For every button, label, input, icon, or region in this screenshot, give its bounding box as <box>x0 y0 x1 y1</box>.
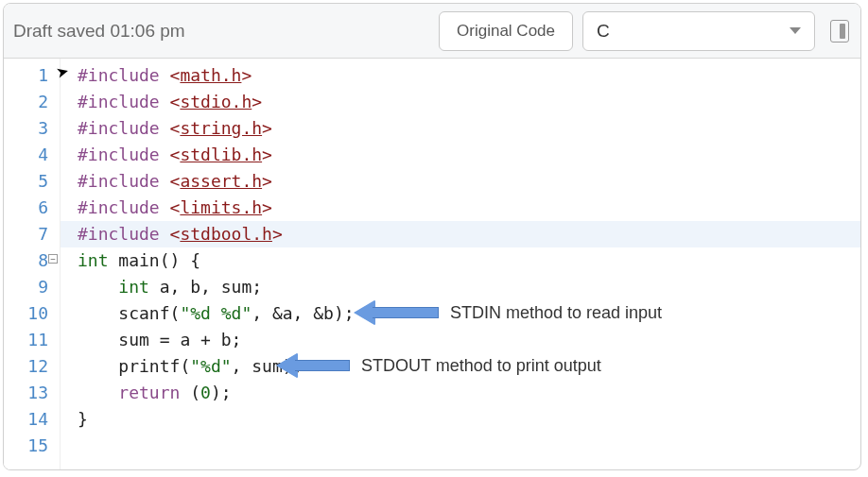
line-number: 15 <box>4 433 48 459</box>
code-line: return (0); <box>61 380 860 406</box>
code-line: int a, b, sum; <box>61 274 860 300</box>
code-line <box>61 433 860 459</box>
code-line: −int main() { <box>61 247 860 274</box>
code-line: printf("%d", sum); <box>61 353 860 380</box>
line-number: 4 <box>4 142 48 168</box>
toolbar: Draft saved 01:06 pm Original Code C <box>4 4 860 59</box>
code-line: #include <stdio.h> <box>61 89 860 115</box>
code-line: #include <string.h> <box>61 115 860 142</box>
line-number: 12 <box>4 353 48 380</box>
line-number: 2 <box>4 89 48 115</box>
line-number: 7 <box>4 221 48 247</box>
code-line: #include <limits.h> <box>61 195 860 221</box>
line-number: 10 <box>4 300 48 327</box>
fold-toggle-icon[interactable]: − <box>48 254 58 264</box>
panel-toggle-icon[interactable] <box>830 20 849 43</box>
save-status: Draft saved 01:06 pm <box>13 21 429 42</box>
code-line: #include <assert.h> <box>61 168 860 195</box>
code-line: #include <stdlib.h> <box>61 142 860 168</box>
code-line: } <box>61 406 860 433</box>
chevron-down-icon <box>790 27 801 34</box>
code-line: scanf("%d %d", &a, &b); <box>61 300 860 327</box>
editor-window: Draft saved 01:06 pm Original Code C 1 2… <box>3 3 861 470</box>
code-editor[interactable]: 1 2 3 4 5 6 7 8 9 10 11 12 13 14 15 #inc… <box>4 59 860 469</box>
code-area[interactable]: #include <math.h> #include <stdio.h> #in… <box>61 59 860 469</box>
language-select-value: C <box>597 21 610 42</box>
line-number: 5 <box>4 168 48 195</box>
line-number: 14 <box>4 406 48 433</box>
original-code-button[interactable]: Original Code <box>439 11 573 51</box>
line-number: 9 <box>4 274 48 300</box>
line-number: 6 <box>4 195 48 221</box>
line-number: 3 <box>4 115 48 142</box>
code-line: #include <stdbool.h> <box>61 221 860 247</box>
line-number: 13 <box>4 380 48 406</box>
code-line: sum = a + b; <box>61 327 860 353</box>
line-number: 8 <box>4 247 48 274</box>
line-number: 1 <box>4 62 48 89</box>
language-select[interactable]: C <box>582 11 815 51</box>
code-line: #include <math.h> <box>61 62 860 89</box>
line-number: 11 <box>4 327 48 353</box>
line-gutter: 1 2 3 4 5 6 7 8 9 10 11 12 13 14 15 <box>4 59 61 469</box>
